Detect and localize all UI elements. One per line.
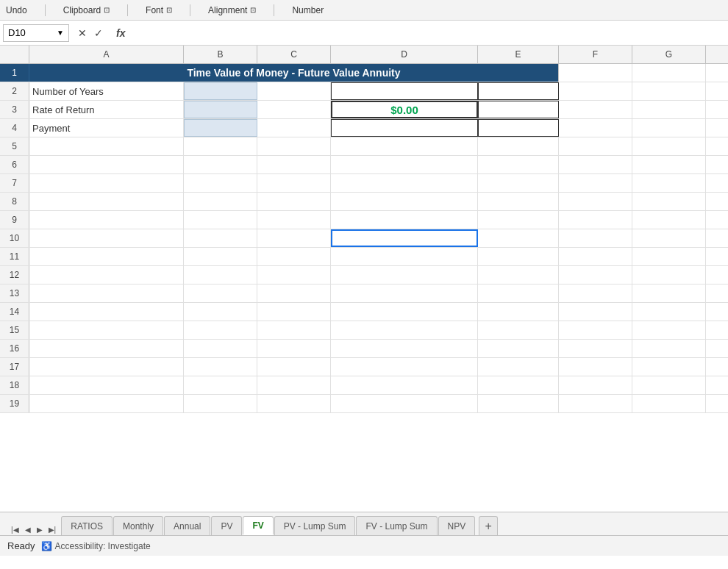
number-label: Number (292, 5, 324, 15)
table-row: 4 Payment (0, 119, 728, 137)
col-header-b[interactable]: B (184, 46, 257, 63)
tab-arrow-next[interactable]: ▶ (35, 524, 45, 535)
tab-arrow-prev[interactable]: ◀ (23, 524, 33, 535)
toolbar-alignment[interactable]: Alignment ⊡ (208, 5, 256, 15)
tab-annual[interactable]: Annual (164, 516, 210, 535)
cell-g2[interactable] (632, 82, 706, 100)
selected-cell-d10[interactable] (331, 229, 478, 247)
title-cell[interactable]: Time Value of Money - Future Value Annui… (29, 64, 559, 82)
cell-c4[interactable] (257, 119, 331, 137)
toolbar-clipboard[interactable]: Clipboard ⊡ (63, 5, 110, 15)
tab-ratios[interactable]: RATIOS (61, 516, 113, 535)
table-row: 6 (0, 156, 728, 174)
tab-add-button[interactable]: + (479, 516, 498, 535)
table-row: 14 (0, 303, 728, 321)
cell-h3[interactable] (706, 101, 728, 118)
cell-reference-box[interactable]: D10 ▼ (3, 24, 69, 42)
toolbar-divider-1 (45, 4, 46, 16)
cell-d4[interactable] (331, 119, 478, 137)
cell-e2[interactable] (478, 82, 559, 100)
tab-npv[interactable]: NPV (438, 516, 476, 535)
formula-cancel-button[interactable]: ✕ (75, 26, 90, 40)
tab-fv-lump-sum-label: FV - Lump Sum (365, 521, 427, 532)
row-num-12: 12 (0, 266, 29, 284)
tab-monthly[interactable]: Monthly (113, 516, 163, 535)
col-header-h[interactable]: H (706, 46, 728, 63)
col-header-d[interactable]: D (331, 46, 478, 63)
spreadsheet-title: Time Value of Money - Future Value Annui… (187, 67, 400, 79)
cell-c3[interactable] (257, 101, 331, 118)
row-num-8: 8 (0, 193, 29, 210)
formula-confirm-button[interactable]: ✓ (91, 26, 106, 40)
row-num-13: 13 (0, 284, 29, 302)
cell-f4[interactable] (559, 119, 632, 137)
fv-value: $0.00 (390, 104, 418, 116)
table-row: 15 (0, 321, 728, 340)
table-row: 8 (0, 193, 728, 211)
tab-annual-label: Annual (174, 521, 201, 532)
clipboard-label: Clipboard (63, 5, 101, 15)
cell-g4[interactable] (632, 119, 706, 137)
toolbar-divider-3 (190, 4, 190, 16)
cell-b3[interactable] (184, 101, 257, 118)
row-num-header (0, 46, 29, 63)
row-num-15: 15 (0, 321, 29, 339)
cell-f1[interactable] (559, 64, 632, 82)
cell-h1[interactable] (706, 64, 728, 82)
tab-fv[interactable]: FV (243, 516, 273, 535)
cell-g1[interactable] (632, 64, 706, 82)
alignment-expand-icon: ⊡ (250, 6, 256, 14)
formula-icons: ✕ ✓ (72, 26, 109, 40)
tab-fv-lump-sum[interactable]: FV - Lump Sum (356, 516, 437, 535)
cell-b2[interactable] (184, 82, 257, 100)
font-label: Font (146, 5, 163, 15)
cell-a3[interactable]: Rate of Return (29, 101, 184, 118)
col-header-f[interactable]: F (559, 46, 632, 63)
cell-h2[interactable] (706, 82, 728, 100)
cell-f2[interactable] (559, 82, 632, 100)
tab-pv-label: PV (221, 521, 232, 532)
toolbar-number[interactable]: Number (292, 5, 324, 15)
cell-f3[interactable] (559, 101, 632, 118)
tab-pv[interactable]: PV (211, 516, 242, 535)
cell-g5[interactable] (632, 137, 706, 155)
cell-d3[interactable]: $0.00 (331, 101, 478, 118)
tab-arrow-last[interactable]: ▶| (46, 524, 59, 535)
cell-c2[interactable] (257, 82, 331, 100)
row-num-5: 5 (0, 137, 29, 155)
table-row: 12 (0, 266, 728, 284)
formula-fx-label: fx (112, 27, 129, 39)
tab-pv-lump-sum[interactable]: PV - Lump Sum (274, 516, 356, 535)
col-header-e[interactable]: E (478, 46, 559, 63)
cell-h4[interactable] (706, 119, 728, 137)
col-header-a[interactable]: A (29, 46, 184, 63)
col-header-g[interactable]: G (632, 46, 706, 63)
cell-a4[interactable]: Payment (29, 119, 184, 137)
toolbar-font[interactable]: Font ⊡ (146, 5, 172, 15)
toolbar-undo[interactable]: Undo (6, 5, 27, 15)
table-row: 11 (0, 248, 728, 266)
cell-a2[interactable]: Number of Years (29, 82, 184, 100)
label-rate-of-return: Rate of Return (32, 104, 95, 115)
cell-d2[interactable] (331, 82, 478, 100)
cell-b5[interactable] (184, 137, 257, 155)
status-bar: Ready ♿ Accessibility: Investigate (0, 535, 728, 556)
cell-h5[interactable] (706, 137, 728, 155)
cell-e3[interactable] (478, 101, 559, 118)
row-num-1: 1 (0, 64, 29, 82)
formula-input[interactable] (132, 24, 725, 42)
tab-arrow-first[interactable]: |◀ (9, 524, 21, 535)
cell-g3[interactable] (632, 101, 706, 118)
cell-d5[interactable] (331, 137, 478, 155)
cell-e5[interactable] (478, 137, 559, 155)
tab-ratios-label: RATIOS (71, 521, 103, 532)
cell-e4[interactable] (478, 119, 559, 137)
cell-f5[interactable] (559, 137, 632, 155)
cell-ref-dropdown-icon[interactable]: ▼ (57, 29, 64, 37)
col-header-c[interactable]: C (257, 46, 331, 63)
cell-a5[interactable] (29, 137, 184, 155)
status-accessibility[interactable]: ♿ Accessibility: Investigate (41, 541, 151, 551)
row-num-11: 11 (0, 248, 29, 265)
cell-c5[interactable] (257, 137, 331, 155)
cell-b4[interactable] (184, 119, 257, 137)
